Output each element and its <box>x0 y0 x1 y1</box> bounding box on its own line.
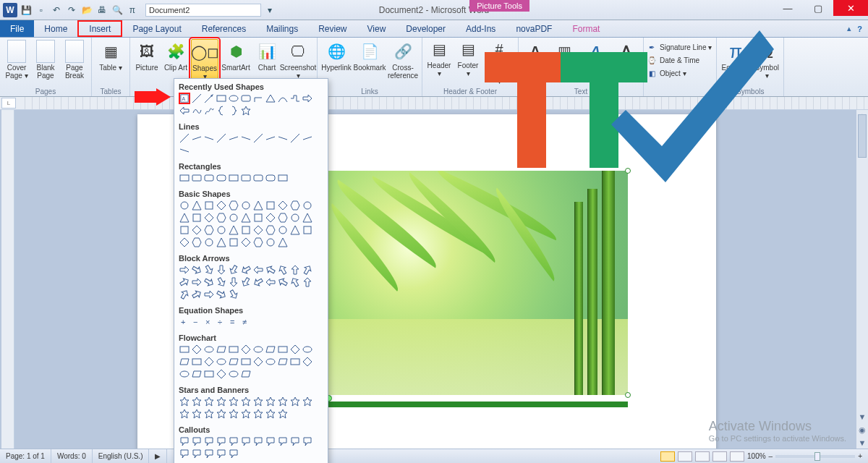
shape-call-15[interactable] <box>228 448 239 459</box>
tab-selector[interactable]: L <box>1 98 16 109</box>
shape-arrow-17[interactable] <box>252 276 264 288</box>
view-draft[interactable] <box>730 451 744 462</box>
vertical-scrollbar[interactable]: ▲ ▼ ◉ ▼ <box>856 110 868 449</box>
shape-connector[interactable] <box>289 93 301 104</box>
shape-star-9[interactable] <box>289 396 301 407</box>
shape-freeform[interactable] <box>191 105 203 116</box>
shape-arrow-26[interactable] <box>228 289 239 300</box>
tab-mailings[interactable]: Mailings <box>256 20 308 37</box>
shape-basic-19[interactable] <box>277 212 289 224</box>
shape-curved-line[interactable] <box>277 93 289 104</box>
blank-page-button[interactable]: Blank Page <box>32 39 59 81</box>
shape-line-3[interactable] <box>216 132 227 144</box>
shape-arrow-5[interactable] <box>240 264 252 276</box>
shape-basic-0[interactable] <box>179 200 190 211</box>
shape-arrow-22[interactable] <box>179 289 190 300</box>
shape-flow-3[interactable] <box>216 344 227 355</box>
shape-left-brace[interactable] <box>216 105 227 116</box>
shape-flow-27[interactable] <box>240 368 252 380</box>
shape-arrow-line[interactable] <box>203 93 215 104</box>
chart-button[interactable]: 📊Chart <box>253 39 281 73</box>
shape-arrow-6[interactable] <box>252 264 264 276</box>
tab-format[interactable]: Format <box>562 20 610 37</box>
shape-flow-22[interactable] <box>179 368 190 380</box>
zoom-slider[interactable] <box>775 455 855 458</box>
shape-arrow-3[interactable] <box>216 264 227 276</box>
shape-basic-27[interactable] <box>240 224 252 236</box>
tab-file[interactable]: File <box>0 20 34 37</box>
shape-flow-18[interactable] <box>265 356 276 368</box>
shape-call-3[interactable] <box>216 436 227 447</box>
shape-flow-1[interactable] <box>191 344 203 355</box>
shape-flow-16[interactable] <box>240 356 252 368</box>
horizontal-ruler[interactable]: L <box>0 97 868 110</box>
clipart-button[interactable]: 🧩Clip Art <box>162 39 190 73</box>
shape-eq-2[interactable]: × <box>203 316 215 328</box>
shape-flow-11[interactable] <box>179 356 190 368</box>
shape-basic-24[interactable] <box>203 224 215 236</box>
zoom-in-button[interactable]: + <box>858 452 862 460</box>
shape-call-13[interactable] <box>203 448 215 459</box>
shape-arrow-23[interactable] <box>191 289 203 300</box>
tab-novapdf[interactable]: novaPDF <box>506 20 562 37</box>
shape-elbow[interactable] <box>252 93 264 104</box>
shape-scribble[interactable] <box>203 105 215 116</box>
status-page[interactable]: Page: 1 of 1 <box>0 449 51 463</box>
help-icon[interactable]: ? <box>857 25 862 33</box>
shape-line-2[interactable] <box>203 132 215 144</box>
wordart-button[interactable]: AWordArt ▾ <box>579 39 611 81</box>
shape-basic-22[interactable] <box>179 224 190 236</box>
tab-addins[interactable]: Add-Ins <box>456 20 506 37</box>
picture-button[interactable]: 🖼Picture <box>133 39 161 73</box>
zoom-out-button[interactable]: – <box>769 452 773 460</box>
shape-basic-4[interactable] <box>228 200 239 211</box>
shape-arrow-18[interactable] <box>265 276 276 288</box>
shape-triangle[interactable] <box>265 93 276 104</box>
shape-line-0[interactable] <box>179 132 190 144</box>
tab-view[interactable]: View <box>357 20 396 37</box>
shape-basic-14[interactable] <box>216 212 227 224</box>
shape-basic-6[interactable] <box>252 200 264 211</box>
shape-eq-3[interactable]: ÷ <box>216 316 227 328</box>
inserted-picture[interactable] <box>326 171 628 395</box>
shape-line-8[interactable] <box>277 132 289 144</box>
qat-new-icon[interactable]: ▫ <box>35 4 48 17</box>
shape-flow-13[interactable] <box>203 356 215 368</box>
qat-open-icon[interactable]: 📂 <box>80 4 93 17</box>
shape-star-0[interactable] <box>179 396 190 407</box>
shape-basic-16[interactable] <box>240 212 252 224</box>
shape-arrow-7[interactable] <box>265 264 276 276</box>
dropcap-button[interactable]: A̲Drop Cap ▾ <box>613 39 640 81</box>
shape-flow-4[interactable] <box>228 344 239 355</box>
prev-page-icon[interactable]: ◉ <box>856 424 868 436</box>
shape-star-10[interactable] <box>302 396 313 407</box>
shape-star-6[interactable] <box>252 396 264 407</box>
shape-star-19[interactable] <box>277 408 289 420</box>
maximize-button[interactable]: ▢ <box>803 0 833 16</box>
shape-flow-24[interactable] <box>203 368 215 380</box>
shape-basic-18[interactable] <box>265 212 276 224</box>
status-macro-icon[interactable]: ▶ <box>149 449 167 463</box>
qat-print-icon[interactable]: 🖶 <box>95 4 109 17</box>
textbox-button[interactable]: AText Box ▾ <box>522 39 549 81</box>
shape-line-6[interactable] <box>252 132 264 144</box>
shape-basic-32[interactable] <box>302 224 313 236</box>
shape-star-2[interactable] <box>203 396 215 407</box>
shape-rect-7[interactable] <box>265 172 276 184</box>
quickparts-button[interactable]: ▥Quick Parts ▾ <box>550 39 578 81</box>
screenshot-button[interactable]: 🖵Screenshot ▾ <box>282 39 314 81</box>
shape-basic-11[interactable] <box>179 212 190 224</box>
page-break-button[interactable]: Page Break <box>61 39 88 81</box>
shape-star-14[interactable] <box>216 408 227 420</box>
shape-line-11[interactable] <box>179 145 190 156</box>
shape-basic-30[interactable] <box>277 224 289 236</box>
document-name-box[interactable]: Document2 <box>145 4 261 17</box>
shape-call-11[interactable] <box>179 448 190 459</box>
shape-call-0[interactable] <box>179 436 190 447</box>
shape-basic-7[interactable] <box>265 200 276 211</box>
shape-oval[interactable] <box>228 93 239 104</box>
shape-rect-3[interactable] <box>216 172 227 184</box>
cover-page-button[interactable]: Cover Page ▾ <box>3 39 30 81</box>
shape-basic-17[interactable] <box>252 212 264 224</box>
shape-basic-41[interactable] <box>277 237 289 248</box>
